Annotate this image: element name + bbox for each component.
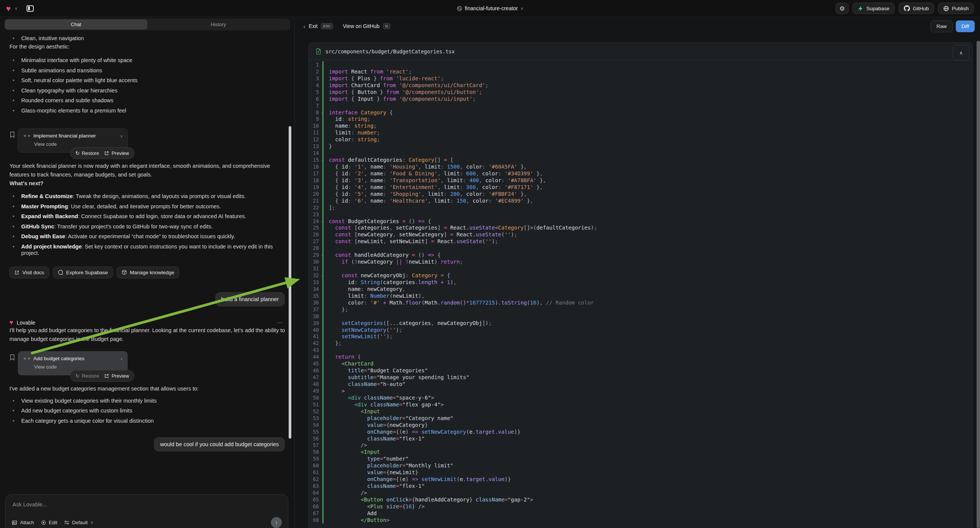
github-button[interactable]: GitHub <box>899 3 934 14</box>
logo-chevron-down-icon[interactable]: ∨ <box>14 6 18 11</box>
code-line: 18 { id: '3', name: 'Transportation', li… <box>309 177 972 184</box>
chat-bubble-icon <box>58 270 63 275</box>
code-line: 26 const [newCategory, setNewCategory] =… <box>309 231 972 238</box>
esc-shortcut-badge: ESC <box>321 23 333 29</box>
send-button[interactable]: ↑ <box>271 517 282 528</box>
collapse-file-button[interactable]: ∧ <box>953 45 969 60</box>
edit-button[interactable]: Edit <box>41 520 57 525</box>
message-menu-button[interactable]: ⋯ <box>277 319 285 326</box>
attach-button[interactable]: Attach <box>12 520 34 525</box>
diff-toggle-button[interactable]: Diff <box>956 21 975 32</box>
whats-next-heading: What's next? <box>10 179 285 188</box>
code-line: 66 <Plus size={16} /> <box>309 503 972 510</box>
mode-dropdown[interactable]: Default ∨ <box>64 520 93 525</box>
code-line: 8⌄interface Category { <box>309 109 972 116</box>
list-item: Soft, neutral color palette with light b… <box>10 77 285 84</box>
code-line: 2import React from 'react'; <box>309 68 972 75</box>
supabase-button[interactable]: Supabase <box>852 3 895 14</box>
code-line: 30 if (!newCategory || !newLimit) return… <box>309 258 972 265</box>
code-line: 25 const [categories, setCategories] = R… <box>309 224 972 231</box>
lovable-logo-icon[interactable]: ♥ <box>6 5 11 13</box>
version-card-block: < > Implement financial planner › View c… <box>10 129 285 162</box>
publish-button[interactable]: Publish <box>938 3 974 14</box>
code-line: 39 setCategories([...categories, newCate… <box>309 320 972 326</box>
list-item: Debug with Ease: Activate our experiment… <box>10 233 285 240</box>
list-item: Clean typography with clear hierarchies <box>10 87 285 94</box>
fold-chevron-icon[interactable]: ⌄ <box>321 158 323 161</box>
chevron-right-icon: › <box>121 355 123 362</box>
code-line: 60 placeholder="Monthly limit" <box>309 462 972 469</box>
explore-supabase-button[interactable]: Explore Supabase <box>53 267 113 278</box>
list-item: Rounded corners and subtle shadows <box>10 97 285 104</box>
list-item: Refine & Customize: Tweak the design, an… <box>10 193 285 200</box>
code-line: 46 title="Budget Categories" <box>309 367 972 374</box>
preview-button[interactable]: Preview <box>104 150 129 156</box>
github-icon <box>904 5 910 11</box>
project-switcher[interactable]: financial-future-creator ∨ <box>457 5 523 11</box>
code-header: ‹ Exit ESC View on GitHub G Raw Diff <box>295 17 980 35</box>
code-line: 43 <box>309 347 972 353</box>
preview-button[interactable]: Preview <box>104 373 129 379</box>
tab-chat[interactable]: Chat <box>5 19 147 30</box>
added-file-icon <box>315 48 321 54</box>
design-bullet-list: Minimalist interface with plenty of whit… <box>10 57 285 114</box>
assistant-paragraph: I'll help you add budget categories to t… <box>10 326 285 344</box>
fold-chevron-icon[interactable]: ⌄ <box>321 111 323 114</box>
user-message-row: would be cool if you could add budget ca… <box>10 437 285 452</box>
raw-toggle-button[interactable]: Raw <box>931 21 953 32</box>
fold-chevron-icon[interactable]: ⌄ <box>321 219 323 223</box>
tab-history[interactable]: History <box>147 19 290 30</box>
code-line: 1 <box>309 61 972 68</box>
window-scrollbar[interactable] <box>977 41 980 528</box>
settings-button[interactable]: ⚙ <box>836 3 848 14</box>
fold-chevron-icon[interactable]: ⌄ <box>321 274 323 277</box>
view-code-link[interactable]: View code <box>24 141 122 147</box>
chat-transcript[interactable]: Clean, intuitive navigation For the desi… <box>0 31 294 528</box>
code-line: 45 <ChartCard <box>309 360 972 367</box>
chat-scrollbar[interactable] <box>289 126 291 439</box>
whats-next-list: Refine & Customize: Tweak the design, an… <box>10 193 285 257</box>
list-item: Master Prompting: Use clear, detailed, a… <box>10 204 285 210</box>
file-path-bar[interactable]: src/components/budget/BudgetCategories.t… <box>309 43 972 60</box>
toggle-sidebar-button[interactable] <box>25 3 36 14</box>
code-line: 6import { Input } from '@/components/ui/… <box>309 95 972 102</box>
project-chevron-down-icon: ∨ <box>520 6 523 11</box>
code-line: 34 name: newCategory, <box>309 286 972 293</box>
code-line: 27 const [newLimit, setNewLimit] = React… <box>309 238 972 245</box>
code-line: 38 <box>309 313 972 320</box>
code-line: 3import { Plus } from 'lucide-react'; <box>309 75 972 82</box>
gear-icon: ⚙ <box>840 5 845 12</box>
list-item: Each category gets a unique color for vi… <box>10 418 285 425</box>
visit-docs-button[interactable]: Visit docs <box>10 267 49 278</box>
user-message-row: build a financial planner <box>10 292 285 307</box>
restore-button[interactable]: ↻Restore <box>75 150 99 156</box>
supabase-bolt-icon <box>858 6 863 11</box>
view-code-link[interactable]: View code <box>24 364 122 370</box>
topbar: ♥ ∨ financial-future-creator ∨ ⚙ Supabas… <box>0 0 980 17</box>
code-line: 22]; <box>309 204 972 211</box>
fold-chevron-icon[interactable]: ⌄ <box>321 253 323 256</box>
exit-button[interactable]: ‹ Exit ESC <box>304 23 333 30</box>
code-line: 53 placeholder="Category name" <box>309 415 972 421</box>
bookmark-icon[interactable] <box>10 132 15 138</box>
code-line: 28 <box>309 245 972 251</box>
restore-button[interactable]: ↻Restore <box>75 373 99 379</box>
code-line: 37 }; <box>309 306 972 313</box>
code-lines[interactable]: 1 2import React from 'react';3import { P… <box>309 60 972 523</box>
assistant-name: Lovable <box>17 320 35 326</box>
code-line: 23 <box>309 211 972 218</box>
manage-knowledge-button[interactable]: Manage knowledge <box>117 267 179 278</box>
list-item: View existing budget categories with the… <box>10 398 285 404</box>
package-icon <box>122 270 127 275</box>
chat-input[interactable] <box>12 501 282 508</box>
sliders-icon <box>64 520 69 525</box>
sidebar-icon <box>27 5 34 12</box>
composer-toolbar: Attach Edit Default ∨ ↑ <box>12 517 282 528</box>
code-line: 65 <Button onClick={handleAddCategory} c… <box>309 496 972 503</box>
code-line: 29⌄ const handleAddCategory = () => { <box>309 251 972 258</box>
code-line: 48 className="h-auto" <box>309 381 972 388</box>
code-line: 16 { id: '1', name: 'Housing', limit: 15… <box>309 163 972 170</box>
view-on-github-button[interactable]: View on GitHub G <box>343 23 390 29</box>
list-item: Subtle animations and transitions <box>10 67 285 74</box>
bookmark-icon[interactable] <box>10 354 15 361</box>
